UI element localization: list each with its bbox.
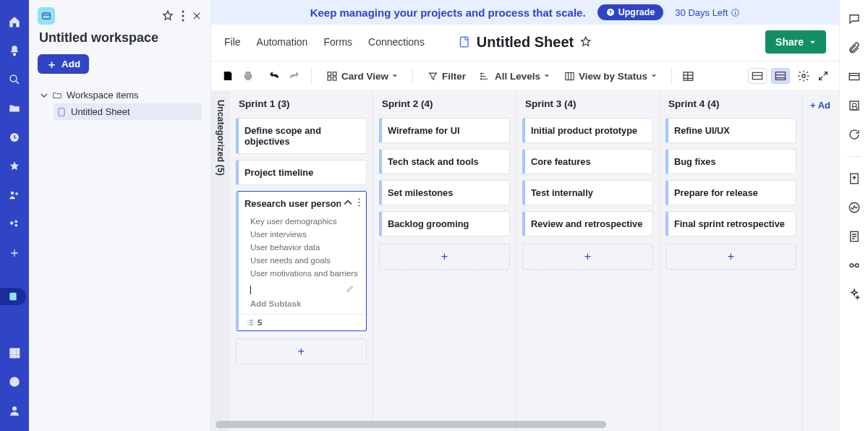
- edit-lanes-icon[interactable]: [682, 70, 694, 82]
- rail-people-icon[interactable]: [6, 187, 23, 204]
- more-menu-icon[interactable]: [182, 10, 184, 22]
- card[interactable]: Wireframe for UI: [379, 118, 510, 143]
- card[interactable]: Tech stack and tools: [379, 149, 510, 174]
- subtask[interactable]: Key user demographics: [250, 215, 359, 228]
- close-panel-icon[interactable]: [192, 11, 202, 21]
- ai-sparkle-icon[interactable]: [847, 287, 861, 302]
- card[interactable]: Define scope and objectives: [236, 118, 367, 154]
- rail-help-icon[interactable]: ?: [6, 373, 23, 391]
- card[interactable]: Initial product prototype: [522, 118, 653, 143]
- upgrade-button[interactable]: Upgrade: [597, 4, 664, 20]
- print-icon[interactable]: [242, 69, 255, 82]
- filter-icon: [427, 71, 438, 82]
- subtask-input[interactable]: [239, 283, 366, 298]
- menu-automation[interactable]: Automation: [257, 36, 308, 48]
- attachments-icon[interactable]: [847, 40, 861, 55]
- rail-recent-icon[interactable]: [6, 129, 23, 146]
- uncategorized-lane[interactable]: Uncategorized (5): [211, 91, 230, 431]
- add-card[interactable]: +: [236, 338, 367, 364]
- menu-connections[interactable]: Connections: [368, 36, 425, 48]
- svg-point-7: [14, 224, 17, 227]
- all-levels-selector[interactable]: All Levels: [476, 68, 554, 85]
- card[interactable]: Core features: [522, 149, 653, 174]
- add-button-label: Add: [61, 59, 80, 69]
- card[interactable]: Set milestones: [379, 180, 510, 205]
- menu-file[interactable]: File: [224, 36, 241, 48]
- save-icon[interactable]: [221, 69, 234, 82]
- card[interactable]: Prepare for release: [665, 180, 796, 205]
- collapse-icon[interactable]: [344, 198, 352, 209]
- card[interactable]: Project timeline: [236, 160, 367, 185]
- expand-icon[interactable]: [817, 70, 829, 82]
- settings-gear-icon[interactable]: [797, 69, 810, 82]
- filter-label: Filter: [442, 71, 466, 82]
- view-by-status-selector[interactable]: View by Status: [560, 68, 661, 85]
- activity-log-icon[interactable]: [847, 200, 861, 215]
- undo-icon[interactable]: [268, 69, 281, 82]
- tree-item-label: Untitled Sheet: [71, 106, 130, 117]
- rail-notifications-icon[interactable]: [6, 42, 23, 59]
- svg-point-40: [481, 78, 482, 79]
- brandfolder-icon[interactable]: [847, 98, 861, 113]
- publish-icon[interactable]: [847, 171, 861, 186]
- sheet-title[interactable]: Untitled Sheet: [477, 34, 574, 51]
- tree-root-row[interactable]: Workspace items: [38, 87, 202, 103]
- rail-add-icon[interactable]: [6, 244, 23, 262]
- share-button[interactable]: Share: [765, 30, 826, 54]
- subtask[interactable]: User interviews: [250, 228, 359, 241]
- rail-home-icon[interactable]: [6, 13, 23, 30]
- card-view-selector[interactable]: Card View: [322, 67, 402, 85]
- svg-rect-25: [59, 108, 64, 116]
- svg-rect-15: [10, 355, 12, 357]
- rail-apps-icon[interactable]: [6, 344, 23, 362]
- card-more-icon[interactable]: [358, 198, 360, 209]
- horizontal-scrollbar[interactable]: [216, 421, 606, 428]
- svg-point-52: [849, 202, 859, 213]
- sheet-favorite-icon[interactable]: [579, 35, 592, 48]
- summary-icon[interactable]: [847, 229, 861, 244]
- rail-account-icon[interactable]: [6, 402, 23, 419]
- rail-workapps-icon[interactable]: [6, 216, 23, 233]
- menu-forms[interactable]: Forms: [323, 36, 352, 48]
- add-subtask[interactable]: Add Subtask: [239, 298, 366, 314]
- rail-active-sheet-icon[interactable]: [0, 288, 26, 305]
- card[interactable]: Refine UI/UX: [665, 118, 796, 143]
- card-expanded[interactable]: Research user personasKey user demograph…: [236, 191, 367, 331]
- add-card[interactable]: +: [665, 244, 796, 270]
- subtask[interactable]: User motivations and barriers: [250, 267, 359, 280]
- rail-favorites-icon[interactable]: [6, 158, 23, 175]
- subtask[interactable]: User needs and goals: [250, 254, 359, 267]
- folder-icon: [52, 90, 62, 101]
- plus-icon: ＋: [46, 59, 57, 69]
- card[interactable]: Review and retrospective: [522, 211, 653, 236]
- favorite-star-icon[interactable]: [161, 9, 174, 22]
- add-card[interactable]: +: [379, 244, 510, 270]
- svg-rect-9: [10, 349, 12, 351]
- filter-button[interactable]: Filter: [423, 68, 470, 85]
- add-button[interactable]: ＋ Add: [38, 54, 89, 74]
- rail-folder-icon[interactable]: [6, 100, 23, 117]
- column-header[interactable]: Sprint 1 (3): [234, 91, 368, 115]
- add-card[interactable]: +: [522, 244, 653, 270]
- column-header[interactable]: Sprint 4 (4): [664, 91, 798, 115]
- subtask[interactable]: User behavior data: [250, 241, 359, 254]
- redo-icon[interactable]: [288, 69, 301, 82]
- conversations-icon[interactable]: [847, 12, 861, 26]
- card[interactable]: Bug fixes: [665, 149, 796, 174]
- card[interactable]: Backlog grooming: [379, 211, 510, 236]
- card[interactable]: Final sprint retrospective: [665, 211, 796, 236]
- add-column[interactable]: + Ad: [803, 91, 838, 431]
- caret-down-icon: [392, 73, 398, 79]
- compact-view-toggle[interactable]: [748, 68, 767, 84]
- connect-icon[interactable]: [847, 258, 861, 273]
- tree-item-sheet[interactable]: Untitled Sheet: [54, 103, 202, 120]
- proofs-icon[interactable]: [847, 69, 861, 84]
- card[interactable]: Test internally: [522, 180, 653, 205]
- column-header[interactable]: Sprint 2 (4): [378, 91, 511, 115]
- svg-point-1: [10, 75, 17, 82]
- days-left[interactable]: 30 Days Left: [675, 7, 740, 18]
- update-requests-icon[interactable]: [847, 127, 861, 142]
- column-header[interactable]: Sprint 3 (4): [521, 91, 655, 115]
- full-view-toggle[interactable]: [771, 68, 790, 84]
- rail-search-icon[interactable]: [6, 71, 23, 88]
